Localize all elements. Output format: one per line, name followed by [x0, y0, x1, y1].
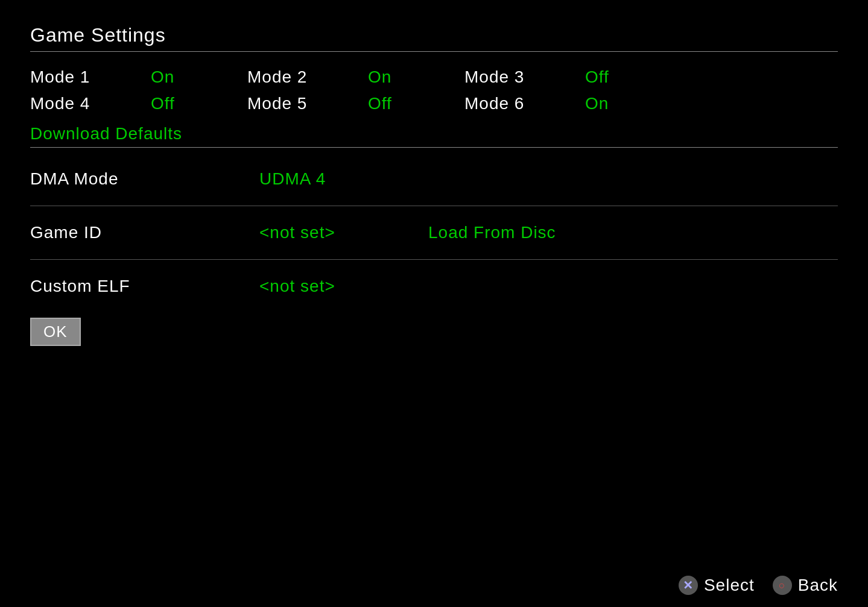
download-defaults-button[interactable]: Download Defaults — [30, 124, 182, 143]
main-container: Game Settings Mode 1 On Mode 2 On Mode 3… — [0, 0, 868, 607]
gameid-label: Game ID — [30, 223, 259, 242]
select-label: Select — [704, 576, 755, 595]
mode3-label: Mode 3 — [464, 64, 585, 90]
dma-row: DMA Mode UDMA 4 — [30, 160, 838, 198]
x-icon: ✕ — [679, 576, 698, 595]
mode6-label: Mode 6 — [464, 90, 585, 117]
modes-grid: Mode 1 On Mode 2 On Mode 3 Off Mode 4 Of… — [30, 64, 838, 117]
mode4-label: Mode 4 — [30, 90, 151, 117]
customelf-row: Custom ELF <not set> — [30, 267, 838, 306]
back-button[interactable]: ○ Back — [773, 576, 838, 595]
select-button[interactable]: ✕ Select — [679, 576, 755, 595]
back-label: Back — [798, 576, 838, 595]
mode2-value[interactable]: On — [368, 64, 464, 90]
mode5-value[interactable]: Off — [368, 90, 464, 117]
dma-value[interactable]: UDMA 4 — [259, 169, 404, 189]
mode2-label: Mode 2 — [247, 64, 368, 90]
mode5-label: Mode 5 — [247, 90, 368, 117]
bottom-bar: ✕ Select ○ Back — [679, 576, 838, 595]
mode6-value[interactable]: On — [585, 90, 682, 117]
gameid-value[interactable]: <not set> — [259, 223, 404, 242]
mode1-label: Mode 1 — [30, 64, 151, 90]
ok-button[interactable]: OK — [30, 318, 81, 346]
customelf-value[interactable]: <not set> — [259, 277, 404, 296]
page-title: Game Settings — [30, 24, 838, 46]
title-divider — [30, 51, 838, 52]
load-from-disc-button[interactable]: Load From Disc — [428, 223, 556, 242]
dma-label: DMA Mode — [30, 169, 259, 189]
mode4-value[interactable]: Off — [151, 90, 247, 117]
mode3-value[interactable]: Off — [585, 64, 682, 90]
gameid-row: Game ID <not set> Load From Disc — [30, 213, 838, 252]
modes-section: Mode 1 On Mode 2 On Mode 3 Off Mode 4 Of… — [30, 64, 838, 143]
gameid-divider — [30, 259, 838, 260]
o-icon: ○ — [773, 576, 792, 595]
mode1-value[interactable]: On — [151, 64, 247, 90]
modes-divider — [30, 147, 838, 148]
dma-divider — [30, 206, 838, 206]
customelf-label: Custom ELF — [30, 277, 259, 296]
